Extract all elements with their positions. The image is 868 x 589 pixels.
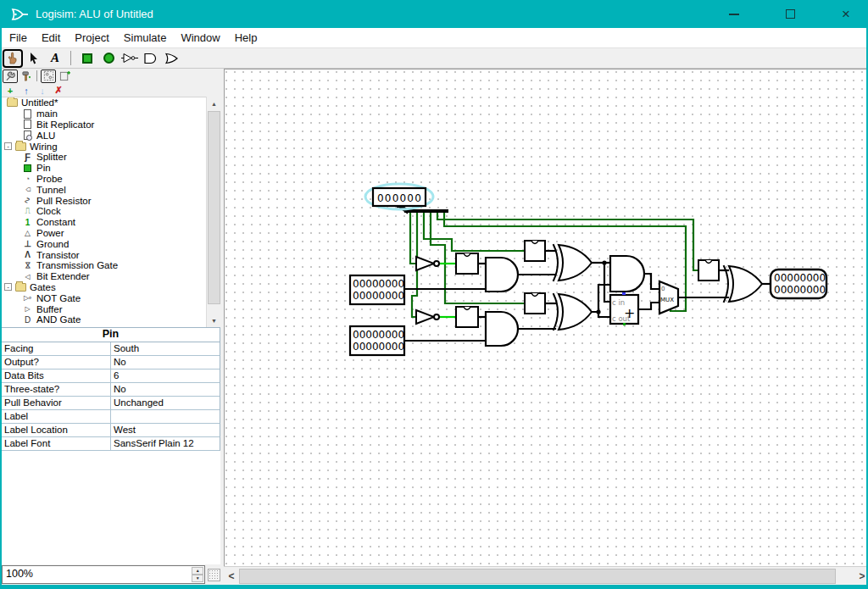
attr-value[interactable]: No xyxy=(111,356,220,369)
move-circuit-up-button[interactable]: ↑ xyxy=(19,84,34,97)
wires-high[interactable] xyxy=(439,264,456,317)
attr-value[interactable] xyxy=(111,410,220,423)
zoom-level-field[interactable]: 100% ▲ ▼ xyxy=(2,565,205,584)
not-gate-2[interactable] xyxy=(416,310,439,324)
tree-item-transistor[interactable]: ɅTransistor xyxy=(2,249,220,260)
edit-tool-button[interactable] xyxy=(24,49,44,68)
xor-gate-2[interactable] xyxy=(554,294,592,330)
menu-item-help[interactable]: Help xyxy=(228,29,264,47)
adder[interactable]: c in c out + xyxy=(610,292,638,325)
tree-scrollbar-thumb[interactable] xyxy=(208,111,220,304)
xor-gate-3[interactable] xyxy=(724,266,762,302)
menu-item-edit[interactable]: Edit xyxy=(35,29,67,47)
input-pin-b[interactable]: 00000000 00000000 xyxy=(350,326,404,355)
not-gate-1[interactable] xyxy=(416,257,439,270)
add-not-gate-button[interactable] xyxy=(120,49,140,68)
add-circuit-button[interactable]: + xyxy=(3,84,18,97)
attr-row-pull-behavior[interactable]: Pull BehaviorUnchanged xyxy=(2,397,220,410)
xor-gate-1[interactable] xyxy=(554,245,592,281)
input-pin-a[interactable]: 00000000 00000000 xyxy=(350,275,404,304)
tree-item-constant[interactable]: 1Constant xyxy=(2,217,220,228)
attr-row-label-location[interactable]: Label LocationWest xyxy=(2,424,220,437)
attr-row-label-font[interactable]: Label FontSansSerif Plain 12 xyxy=(2,437,220,451)
menu-item-simulate[interactable]: Simulate xyxy=(117,29,174,47)
add-and-gate-button[interactable] xyxy=(141,49,161,68)
tree-item-probe[interactable]: ◔Probe xyxy=(2,174,220,185)
tree-item-bit-replicator[interactable]: Bit Replicator xyxy=(2,119,220,131)
and-gate-3[interactable] xyxy=(610,256,644,292)
menu-item-window[interactable]: Window xyxy=(174,29,226,47)
menu-item-file[interactable]: File xyxy=(3,29,34,47)
text-tool-button[interactable]: A xyxy=(45,49,65,68)
multiplexer[interactable]: 0 MUX xyxy=(659,281,678,314)
attr-row-facing[interactable]: FacingSouth xyxy=(2,342,220,356)
tree-item-pull-resistor[interactable]: ∿Pull Resistor xyxy=(2,195,220,206)
poke-tool-button[interactable] xyxy=(3,49,23,68)
attr-row-data-bits[interactable]: Data Bits6 xyxy=(2,370,220,383)
tree-item-buffer[interactable]: ▷Buffer xyxy=(2,303,220,314)
tree-item-ground[interactable]: ⊥Ground xyxy=(2,238,220,249)
tree-item-splitter[interactable]: ƑSplitter xyxy=(2,152,220,163)
toolbox-view-button[interactable] xyxy=(3,69,18,83)
zoom-decrease-button[interactable]: ▼ xyxy=(192,575,203,582)
maximize-button[interactable] xyxy=(771,0,809,28)
circuit-canvas[interactable]: c in c out + 0 MUX 000000 xyxy=(224,69,868,566)
attr-row-output[interactable]: Output?No xyxy=(2,356,220,370)
attr-value[interactable]: West xyxy=(111,424,220,436)
attr-value[interactable]: Unchanged xyxy=(111,397,220,409)
attr-value[interactable]: No xyxy=(111,383,220,396)
tree-item-alu[interactable]: ALU xyxy=(2,130,220,141)
and-gate-1[interactable] xyxy=(486,258,518,292)
scroll-down-icon[interactable]: ▼ xyxy=(207,314,221,327)
attr-value[interactable]: 6 xyxy=(111,370,220,382)
add-input-pin-button[interactable] xyxy=(77,49,97,68)
tree-expander-icon[interactable]: - xyxy=(4,283,12,291)
add-output-pin-button[interactable] xyxy=(98,49,119,68)
register-3[interactable] xyxy=(525,293,545,314)
tree-item-power[interactable]: △Power xyxy=(2,228,220,239)
tree-item-main[interactable]: main xyxy=(2,108,220,119)
simulate-view-button[interactable] xyxy=(19,69,34,83)
alu-circuit[interactable]: c in c out + 0 MUX 000000 xyxy=(225,69,868,567)
splitter-icon: Ƒ xyxy=(21,152,34,162)
scroll-up-icon[interactable]: ▲ xyxy=(207,97,221,110)
tree-item-tunnel[interactable]: ⌂Tunnel xyxy=(2,184,220,195)
tree-item-untitled[interactable]: Untitled* xyxy=(2,97,220,108)
output-pin[interactable]: 00000000 00000000 xyxy=(771,269,826,298)
tree-expander-icon[interactable]: - xyxy=(4,142,12,150)
tree-item-gates[interactable]: -Gates xyxy=(2,282,220,293)
input-pin-top[interactable]: 000000 xyxy=(373,188,426,206)
scroll-right-icon[interactable]: > xyxy=(854,568,868,585)
title-bar[interactable]: Logisim: ALU of Untitled × xyxy=(2,0,868,28)
tree-item-transmission-gate[interactable]: ⋈Transmission Gate xyxy=(2,260,220,271)
move-circuit-down-button[interactable]: ↓ xyxy=(35,84,50,97)
attr-value[interactable]: South xyxy=(111,342,220,355)
menu-item-project[interactable]: Project xyxy=(68,29,115,47)
register-2[interactable] xyxy=(525,241,545,261)
minimize-button[interactable] xyxy=(715,0,753,28)
register-1[interactable] xyxy=(456,253,478,274)
tree-item-wiring[interactable]: -Wiring xyxy=(2,141,220,152)
remove-circuit-button[interactable]: ✗ xyxy=(51,84,66,97)
layout-view-button[interactable] xyxy=(41,69,56,83)
tree-item-bit-extender[interactable]: ◁Bit Extender xyxy=(2,271,220,282)
tree-item-pin[interactable]: Pin xyxy=(2,163,220,174)
zoom-increase-button[interactable]: ▲ xyxy=(192,567,203,575)
scroll-left-icon[interactable]: < xyxy=(224,568,239,585)
close-button[interactable]: × xyxy=(827,0,865,28)
appearance-view-button[interactable] xyxy=(57,69,72,83)
attr-value[interactable]: SansSerif Plain 12 xyxy=(111,437,220,450)
tree-scrollbar[interactable]: ▲ ▼ xyxy=(206,97,220,327)
canvas-hscrollbar[interactable]: < > xyxy=(224,566,868,585)
register-4[interactable] xyxy=(456,307,478,327)
add-or-gate-button[interactable] xyxy=(162,49,182,68)
attr-row-three-state[interactable]: Three-state?No xyxy=(2,383,220,397)
attr-row-label[interactable]: Label xyxy=(2,410,220,424)
tree-item-and-gate[interactable]: DAND Gate xyxy=(2,314,220,325)
register-5[interactable] xyxy=(698,260,719,281)
and-gate-2[interactable] xyxy=(486,312,518,346)
tree-item-clock[interactable]: ⎍Clock xyxy=(2,206,220,217)
grid-toggle-button[interactable] xyxy=(208,569,220,581)
tree-item-not-gate[interactable]: ▷∘NOT Gate xyxy=(2,292,220,303)
canvas-hscrollbar-thumb[interactable] xyxy=(239,569,836,584)
